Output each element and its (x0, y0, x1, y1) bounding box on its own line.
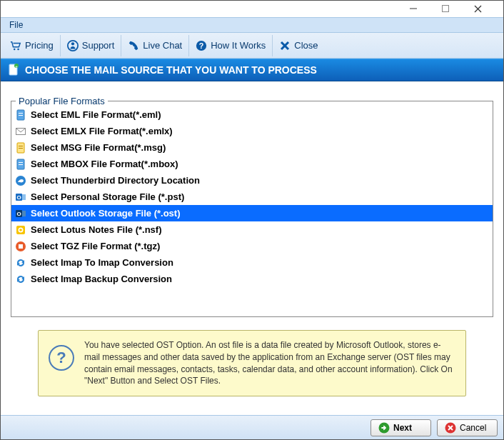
cancel-button[interactable]: Cancel (437, 419, 498, 436)
svg-rect-21 (19, 148, 23, 149)
format-option-label: Select Imap Backup Conversion (31, 274, 172, 284)
toolbar-pricing-label: Pricing (25, 40, 54, 51)
toolbar-close-label: Close (294, 40, 318, 51)
support-icon (67, 40, 79, 51)
svg-text:O: O (16, 211, 21, 217)
minimize-icon (410, 5, 417, 12)
info-panel: ? You have selected OST Option. An ost f… (38, 330, 466, 396)
svg-rect-31 (22, 211, 26, 216)
banner-title: CHOOSE THE MAIL SOURCE THAT YOU WANT TO … (25, 64, 317, 76)
file-blue-icon (15, 159, 26, 170)
toolbar: Pricing Support Live Chat ? How It Works… (1, 33, 503, 59)
format-option-label: Select Outlook Storage File (*.ost) (31, 208, 180, 219)
format-option[interactable]: Select TGZ File Format (*.tgz) (11, 238, 493, 254)
format-option-label: Select MSG File Format(*.msg) (31, 142, 166, 153)
format-option[interactable]: Select Thunderbird Directory Location (11, 172, 493, 189)
svg-point-5 (17, 48, 19, 49)
format-option-label: Select Imap To Imap Conversion (31, 257, 173, 268)
maximize-icon (442, 5, 449, 12)
window-titlebar (1, 1, 503, 17)
format-option[interactable]: Select EML File Format(*.eml) (11, 106, 493, 123)
svg-text:+: + (15, 64, 18, 69)
page-banner: + CHOOSE THE MAIL SOURCE THAT YOU WANT T… (1, 59, 503, 81)
cancel-x-icon (445, 422, 456, 434)
format-option[interactable]: OSelect Personal Storage File (*.pst) (11, 189, 493, 205)
svg-text:O: O (16, 194, 21, 201)
svg-rect-16 (19, 113, 23, 114)
info-text: You have selected OST Option. An ost fil… (84, 339, 455, 387)
toolbar-pricing[interactable]: Pricing (4, 35, 61, 56)
lotus-icon (15, 224, 26, 236)
svg-rect-24 (19, 164, 23, 165)
toolbar-howitworks-label: How It Works (211, 40, 266, 51)
footer-bar: Next Cancel (1, 415, 503, 439)
toolbar-support[interactable]: Support (61, 35, 122, 56)
svg-point-7 (71, 42, 74, 45)
toolbar-close[interactable]: Close (273, 35, 324, 56)
svg-rect-36 (19, 244, 23, 249)
toolbar-support-label: Support (82, 40, 115, 51)
format-option[interactable]: Select MBOX File Format(*.mbox) (11, 156, 493, 172)
format-option-label: Select EML File Format(*.eml) (31, 109, 161, 120)
main-area: Popular File Formats Select EML File For… (1, 81, 503, 411)
popular-file-formats-legend: Popular File Formats (16, 96, 108, 106)
svg-rect-28 (22, 194, 26, 200)
popular-file-formats: Popular File Formats Select EML File For… (11, 96, 493, 317)
outlook-dark-icon: O (15, 208, 26, 219)
format-option-label: Select Personal Storage File (*.pst) (31, 191, 184, 202)
format-option[interactable]: OSelect Outlook Storage File (*.ost) (11, 205, 493, 221)
format-option[interactable]: Select Lotus Notes File (*.nsf) (11, 221, 493, 238)
toolbar-livechat[interactable]: Live Chat (121, 35, 189, 56)
sync-icon (15, 274, 26, 285)
document-icon: + (8, 64, 19, 76)
mail-icon (15, 126, 26, 137)
format-option-label: Select MBOX File Format(*.mbox) (31, 159, 178, 169)
question-icon: ? (196, 40, 207, 51)
svg-rect-17 (19, 115, 23, 116)
close-icon (474, 5, 482, 13)
svg-rect-23 (19, 162, 23, 163)
format-option-label: Select Thunderbird Directory Location (31, 175, 200, 186)
outlook-icon: O (15, 191, 26, 203)
cancel-button-label: Cancel (460, 423, 486, 433)
svg-text:?: ? (199, 41, 204, 49)
format-option-label: Select TGZ File Format (*.tgz) (31, 241, 160, 251)
help-icon: ? (49, 345, 74, 371)
menubar: File (1, 17, 503, 33)
format-option-label: Select Lotus Notes File (*.nsf) (31, 224, 161, 235)
svg-point-34 (19, 229, 22, 231)
sync-icon (15, 257, 26, 269)
minimize-button[interactable] (405, 1, 438, 16)
toolbar-howitworks[interactable]: ? How It Works (189, 35, 273, 56)
file-blue-icon (15, 109, 26, 121)
file-yellow-icon (15, 142, 26, 154)
tgz-icon (15, 241, 26, 252)
format-option[interactable]: Select MSG File Format(*.msg) (11, 139, 493, 156)
close-window-button[interactable] (470, 1, 502, 16)
next-arrow-icon (378, 422, 390, 434)
format-option[interactable]: Select Imap Backup Conversion (11, 271, 493, 287)
format-option-label: Select EMLX File Format(*.emlx) (31, 126, 173, 136)
thunderbird-icon (15, 175, 26, 186)
next-button[interactable]: Next (371, 419, 431, 436)
menu-file[interactable]: File (5, 19, 27, 31)
format-option[interactable]: Select Imap To Imap Conversion (11, 254, 493, 271)
format-option[interactable]: Select EMLX File Format(*.emlx) (11, 123, 493, 139)
phone-icon (128, 40, 139, 51)
svg-point-6 (68, 40, 78, 50)
svg-rect-1 (443, 6, 449, 12)
toolbar-livechat-label: Live Chat (143, 40, 182, 51)
svg-point-4 (14, 48, 15, 49)
cart-icon (10, 40, 21, 51)
next-button-label: Next (393, 423, 412, 433)
x-icon (279, 40, 291, 51)
format-list: Select EML File Format(*.eml)Select EMLX… (11, 106, 493, 287)
maximize-button[interactable] (438, 1, 470, 16)
svg-rect-20 (19, 146, 23, 146)
